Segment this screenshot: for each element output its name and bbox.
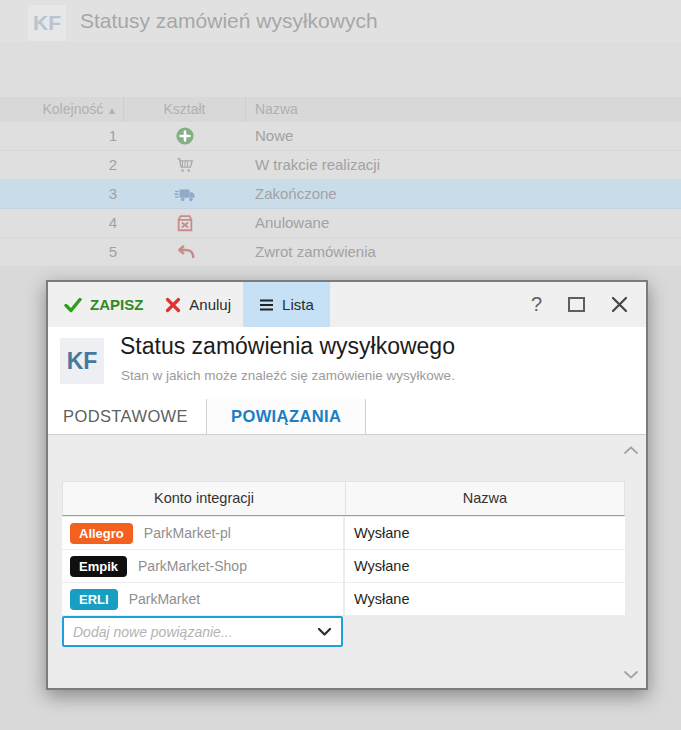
account-name: ParkMarket: [129, 591, 201, 607]
column-header-nazwa[interactable]: Nazwa: [246, 97, 681, 122]
return-arrow-icon: [175, 244, 195, 260]
table-row-nowe[interactable]: 1 Nowe: [0, 122, 681, 151]
link-row-empik[interactable]: Empik ParkMarket-Shop Wysłane: [62, 550, 625, 582]
links-table-header: Konto integracji Nazwa: [62, 481, 625, 516]
table-row-zakonczone-selected[interactable]: 3 Zakończone: [0, 180, 681, 209]
shape-cell: [123, 122, 246, 150]
dialog-title: Status zamówienia wysyłkowego: [120, 333, 455, 360]
order-cell: 5: [0, 238, 123, 266]
chevron-up-icon: [624, 446, 638, 454]
table-row-zwrot[interactable]: 5 Zwrot zamówienia: [0, 238, 681, 267]
column-header-nazwa: Nazwa: [346, 482, 624, 515]
check-icon: [64, 297, 82, 313]
column-header-ksztalt[interactable]: Kształt: [123, 97, 246, 122]
tab-podstawowe[interactable]: PODSTAWOWE: [48, 399, 206, 434]
background-app-header: KF Statusy zamówień wysyłkowych: [0, 0, 681, 42]
table-row-anulowane[interactable]: 4 Anulowane: [0, 209, 681, 238]
scroll-up-button[interactable]: [624, 440, 638, 458]
shape-cell: [123, 209, 246, 237]
list-button[interactable]: Lista: [243, 282, 330, 327]
account-cell: ERLI ParkMarket: [62, 583, 345, 615]
order-cell: 3: [0, 180, 123, 208]
name-cell: Anulowane: [246, 209, 681, 237]
cancel-button[interactable]: Anuluj: [153, 282, 243, 327]
tab-content: Konto integracji Nazwa Allegro ParkMarke…: [48, 435, 646, 688]
add-link-combobox[interactable]: [62, 616, 343, 647]
table-row-w-trakcie[interactable]: 2 W trakcie realizacji: [0, 151, 681, 180]
link-row-allegro[interactable]: Allegro ParkMarket-pl Wysłane: [62, 517, 625, 549]
list-label: Lista: [282, 296, 314, 313]
shape-cell: [123, 180, 246, 208]
name-cell: Zwrot zamówienia: [246, 238, 681, 266]
integration-badge-allegro: Allegro: [70, 523, 133, 544]
menu-icon: [259, 299, 274, 311]
shape-cell: [123, 151, 246, 179]
name-cell: W trakcie realizacji: [246, 151, 681, 179]
chevron-down-icon: [624, 671, 638, 679]
page-title: Statusy zamówień wysyłkowych: [80, 9, 378, 33]
name-cell: Zakończone: [246, 180, 681, 208]
account-name: ParkMarket-pl: [144, 525, 231, 541]
integration-badge-empik: Empik: [70, 556, 127, 577]
close-button[interactable]: [611, 296, 628, 313]
shopping-cart-icon: [175, 155, 195, 175]
cancel-box-icon: [175, 213, 195, 233]
screen: KF Statusy zamówień wysyłkowych Kolejnoś…: [0, 0, 681, 730]
shape-cell: [123, 238, 246, 266]
window-controls: ?: [531, 293, 646, 316]
dialog-toolbar: ZAPISZ Anuluj Lista ?: [48, 282, 646, 327]
column-header-konto-integracji: Konto integracji: [63, 482, 346, 515]
plus-circle-icon: [175, 126, 195, 146]
column-header-kolejnosc[interactable]: Kolejność ▲: [0, 97, 123, 122]
close-icon: [611, 296, 628, 313]
module-logo: KF: [60, 338, 104, 384]
link-row-erli[interactable]: ERLI ParkMarket Wysłane: [62, 583, 625, 615]
tab-bar: PODSTAWOWE POWIĄZANIA: [48, 399, 646, 435]
integration-badge-erli: ERLI: [70, 589, 118, 610]
order-cell: 1: [0, 122, 123, 150]
account-name: ParkMarket-Shop: [138, 558, 247, 574]
status-name-cell: Wysłane: [345, 517, 625, 549]
save-button[interactable]: ZAPISZ: [48, 282, 153, 327]
links-table: Konto integracji Nazwa Allegro ParkMarke…: [62, 481, 625, 615]
tab-powiazania[interactable]: POWIĄZANIA: [206, 399, 366, 434]
account-cell: Empik ParkMarket-Shop: [62, 550, 345, 582]
status-name-cell: Wysłane: [345, 583, 625, 615]
add-link-input[interactable]: [64, 618, 318, 645]
delivery-truck-icon: [174, 184, 196, 204]
name-cell: Nowe: [246, 122, 681, 150]
dialog-subtitle: Stan w jakich może znaleźć się zamówieni…: [121, 368, 455, 383]
order-cell: 2: [0, 151, 123, 179]
help-button[interactable]: ?: [531, 293, 542, 316]
app-logo: KF: [28, 5, 66, 41]
dialog-header: KF Status zamówienia wysyłkowego Stan w …: [48, 327, 646, 399]
maximize-button[interactable]: [568, 297, 585, 312]
order-cell: 4: [0, 209, 123, 237]
account-cell: Allegro ParkMarket-pl: [62, 517, 345, 549]
status-name-cell: Wysłane: [345, 550, 625, 582]
save-label: ZAPISZ: [90, 296, 143, 313]
status-dialog: ZAPISZ Anuluj Lista ? KF Status zamówien…: [46, 280, 648, 690]
background-table-header: Kolejność ▲ Kształt Nazwa: [0, 97, 681, 122]
x-icon: [165, 297, 181, 313]
combo-chevron-down-icon[interactable]: [318, 628, 331, 636]
cancel-label: Anuluj: [189, 296, 231, 313]
background-spacer: [0, 42, 681, 97]
maximize-icon: [568, 297, 585, 312]
sort-asc-icon: ▲: [107, 105, 117, 116]
column-label: Kolejność: [43, 101, 104, 117]
scroll-down-button[interactable]: [624, 665, 638, 683]
